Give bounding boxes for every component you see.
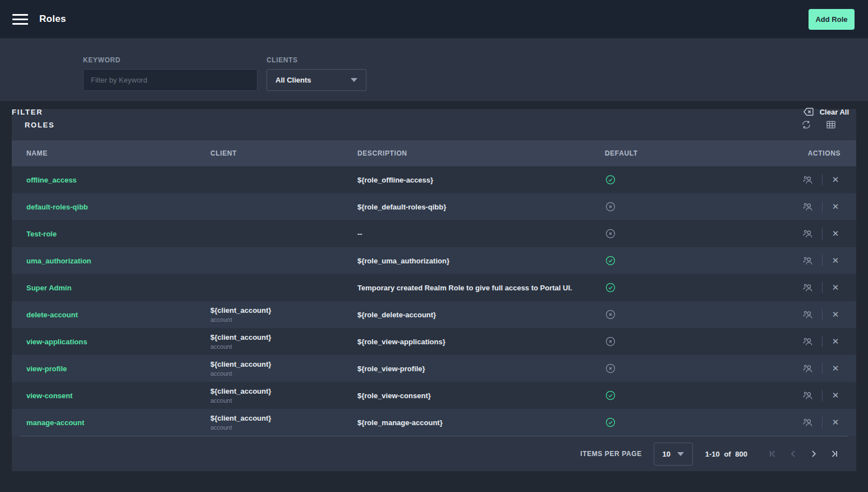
x-circle-icon — [605, 228, 616, 239]
assign-users-icon[interactable] — [802, 255, 814, 267]
assign-users-icon[interactable] — [802, 363, 814, 375]
client-id: account — [210, 424, 357, 431]
top-bar: Roles Add Role — [0, 0, 868, 38]
assign-users-icon[interactable] — [802, 309, 814, 321]
action-divider — [822, 336, 823, 347]
client-id: account — [210, 316, 357, 323]
role-description: -- — [357, 230, 362, 238]
refresh-icon[interactable] — [801, 119, 812, 130]
role-name-link[interactable]: default-roles-qibb — [26, 203, 88, 211]
table-body: offline_access ${role_offline-access} — [12, 166, 856, 436]
next-page-icon[interactable] — [803, 447, 824, 461]
client-name: ${client_account} — [210, 306, 357, 315]
default-cell — [605, 201, 728, 212]
delete-role-icon[interactable]: ✕ — [830, 309, 841, 320]
default-cell — [605, 228, 728, 239]
assign-users-icon[interactable] — [802, 390, 814, 402]
items-per-page-select[interactable]: 10 — [654, 443, 693, 466]
role-name-link[interactable]: view-applications — [26, 338, 87, 346]
role-description: ${role_delete-account} — [357, 311, 436, 319]
table-row: default-roles-qibb ${role_default-roles-… — [12, 193, 856, 220]
delete-role-icon[interactable]: ✕ — [830, 175, 841, 185]
x-circle-icon — [605, 336, 616, 347]
filter-bar: FILTER KEYWORD CLIENTS All Clients Clear… — [0, 38, 868, 101]
role-name-link[interactable]: offline_access — [26, 176, 77, 184]
role-name-link[interactable]: uma_authorization — [26, 257, 91, 265]
x-circle-icon — [605, 309, 616, 320]
delete-role-icon[interactable]: ✕ — [830, 417, 841, 427]
pagination-range-text: 1-10 of 800 — [705, 450, 747, 458]
role-description: ${role_view-applications} — [357, 338, 446, 346]
role-description: Temporary created Realm Role to give ful… — [357, 284, 572, 292]
client-name: ${client_account} — [210, 360, 357, 368]
delete-role-icon[interactable]: ✕ — [830, 202, 841, 212]
assign-users-icon[interactable] — [802, 417, 814, 429]
hamburger-menu-icon[interactable] — [12, 14, 28, 25]
card-toolbar — [801, 119, 837, 130]
default-cell — [605, 363, 728, 374]
assign-users-icon[interactable] — [802, 201, 814, 213]
table-row: Super Admin Temporary created Realm Role… — [12, 274, 856, 301]
default-cell — [605, 336, 728, 347]
table-row: delete-account ${client_account} account… — [12, 301, 856, 328]
items-per-page-value: 10 — [663, 450, 670, 458]
first-page-icon[interactable] — [763, 447, 783, 461]
delete-role-icon[interactable]: ✕ — [830, 336, 841, 347]
role-name-link[interactable]: Super Admin — [26, 284, 71, 292]
table-row: uma_authorization ${role_uma_authorizati… — [12, 247, 856, 274]
add-role-button[interactable]: Add Role — [809, 9, 855, 30]
action-divider — [822, 363, 823, 374]
clients-selected-value: All Clients — [275, 76, 311, 84]
x-circle-icon — [605, 363, 616, 374]
roles-card-header: ROLES — [12, 109, 856, 140]
role-name-link[interactable]: view-consent — [26, 391, 72, 400]
check-circle-icon — [605, 255, 616, 266]
table-row: view-profile ${client_account} account $… — [12, 355, 856, 382]
column-header-name: NAME — [12, 149, 210, 157]
role-description: ${role_manage-account} — [357, 418, 443, 427]
last-page-icon[interactable] — [824, 447, 844, 461]
role-name-link[interactable]: view-profile — [26, 365, 67, 373]
column-header-default: DEFAULT — [605, 149, 728, 157]
default-cell — [605, 255, 728, 266]
action-divider — [822, 309, 823, 320]
keyword-search-input[interactable] — [83, 69, 258, 91]
check-circle-icon — [605, 390, 616, 401]
delete-role-icon[interactable]: ✕ — [830, 229, 841, 239]
action-divider — [822, 201, 823, 212]
delete-role-icon[interactable]: ✕ — [830, 256, 841, 266]
items-per-page-label: ITEMS PER PAGE — [580, 450, 642, 458]
role-name-link[interactable]: Test-role — [26, 230, 57, 238]
delete-role-icon[interactable]: ✕ — [830, 283, 841, 293]
role-description: ${role_uma_authorization} — [357, 257, 449, 265]
table-view-icon[interactable] — [825, 119, 837, 130]
action-divider — [822, 390, 823, 401]
delete-role-icon[interactable]: ✕ — [830, 390, 841, 400]
action-divider — [822, 255, 823, 266]
assign-users-icon[interactable] — [802, 228, 814, 240]
clients-label: CLIENTS — [267, 56, 366, 64]
previous-page-icon[interactable] — [783, 447, 803, 461]
default-cell — [605, 309, 728, 320]
delete-role-icon[interactable]: ✕ — [830, 363, 841, 373]
table-row: view-applications ${client_account} acco… — [12, 328, 856, 355]
assign-users-icon[interactable] — [802, 282, 814, 294]
action-divider — [822, 174, 823, 185]
roles-card-title: ROLES — [25, 121, 54, 129]
clients-field-group: CLIENTS All Clients — [267, 56, 366, 91]
column-header-client: CLIENT — [210, 149, 357, 157]
check-circle-icon — [605, 282, 616, 293]
action-divider — [822, 417, 823, 428]
client-name: ${client_account} — [210, 414, 357, 422]
role-name-link[interactable]: delete-account — [26, 311, 78, 319]
table-row: view-consent ${client_account} account $… — [12, 382, 856, 409]
client-name: ${client_account} — [210, 333, 357, 341]
clients-select[interactable]: All Clients — [267, 69, 366, 91]
role-name-link[interactable]: manage-account — [26, 418, 84, 427]
clear-all-button[interactable]: Clear All — [802, 106, 849, 118]
assign-users-icon[interactable] — [802, 336, 814, 348]
client-id: account — [210, 397, 357, 404]
default-cell — [605, 417, 728, 428]
role-description: ${role_offline-access} — [357, 176, 433, 184]
assign-users-icon[interactable] — [802, 174, 814, 186]
